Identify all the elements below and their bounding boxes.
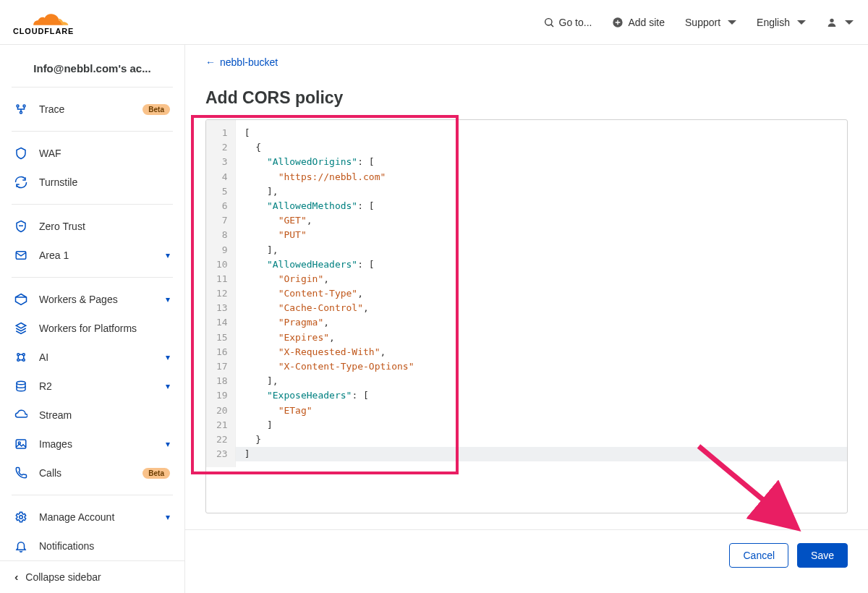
code-line: ], <box>244 184 838 199</box>
form-actions: Cancel Save <box>205 543 848 568</box>
sidebar-item-notifications[interactable]: Notifications <box>0 532 184 560</box>
svg-line-2 <box>550 24 553 26</box>
sidebar-item-label: Calls <box>39 467 131 479</box>
sidebar-item-workers-for-platforms[interactable]: Workers for Platforms <box>0 314 184 343</box>
workers-icon <box>14 293 27 306</box>
sidebar-item-label: WAF <box>39 148 170 159</box>
breadcrumb-label: nebbl-bucket <box>220 56 278 68</box>
sidebar-item-images[interactable]: Images▾ <box>0 430 184 458</box>
sidebar-item-turnstile[interactable]: Turnstile <box>0 168 184 197</box>
user-icon <box>826 17 838 28</box>
sidebar-item-area-1[interactable]: Area 1▾ <box>0 241 184 270</box>
svg-point-14 <box>22 359 25 361</box>
svg-point-18 <box>20 516 23 519</box>
svg-point-4 <box>830 18 833 22</box>
sidebar-item-label: Notifications <box>39 540 170 552</box>
divider <box>12 204 173 205</box>
ai-icon <box>14 351 27 364</box>
collapse-sidebar[interactable]: ‹‹ Collapse sidebar <box>0 560 184 593</box>
code-line: ] <box>236 447 847 461</box>
waf-icon <box>14 147 27 160</box>
svg-point-13 <box>17 359 20 361</box>
svg-point-7 <box>20 111 22 114</box>
sidebar-item-zero-trust[interactable]: Zero Trust <box>0 212 184 241</box>
divider <box>12 131 173 132</box>
chevron-down-icon <box>845 20 854 25</box>
manage-icon <box>14 511 27 524</box>
divider <box>12 277 173 278</box>
turnstile-icon <box>14 176 27 189</box>
chevron-down-icon <box>797 20 806 25</box>
svg-point-15 <box>17 381 25 385</box>
add-site-label: Add site <box>628 17 665 28</box>
svg-point-5 <box>17 105 19 107</box>
chevron-down-icon: ▾ <box>166 512 170 522</box>
svg-point-6 <box>23 105 25 107</box>
save-button[interactable]: Save <box>797 543 848 568</box>
language-menu[interactable]: English <box>757 17 806 28</box>
sidebar-item-manage-account[interactable]: Manage Account▾ <box>0 503 184 532</box>
sidebar-item-label: Trace <box>39 103 131 115</box>
r2-icon <box>14 380 27 393</box>
user-menu[interactable] <box>826 17 854 28</box>
add-site-button[interactable]: Add site <box>612 17 665 28</box>
cloudflare-logo[interactable]: CLOUDFLARE <box>13 9 85 35</box>
cloudflare-logo-icon: CLOUDFLARE <box>13 9 85 35</box>
code-area[interactable]: [ { "AllowedOrigins": [ "https://nebbl.c… <box>236 120 847 467</box>
code-line: } <box>244 432 838 447</box>
sidebar-item-label: Images <box>39 438 154 450</box>
svg-point-1 <box>545 18 551 25</box>
code-line: { <box>244 140 838 155</box>
support-menu[interactable]: Support <box>685 17 736 28</box>
chevron-down-icon <box>728 20 736 25</box>
code-line: "AllowedHeaders": [ <box>244 257 838 272</box>
trace-icon <box>14 103 27 116</box>
code-line: "PUT" <box>244 228 838 242</box>
svg-marker-9 <box>16 294 27 305</box>
divider <box>185 529 868 530</box>
chevron-down-icon: ▾ <box>166 352 170 362</box>
sidebar-item-stream[interactable]: Stream <box>0 401 184 430</box>
notifications-icon <box>14 539 27 553</box>
collapse-icon: ‹‹ <box>14 571 15 583</box>
svg-point-11 <box>17 354 20 356</box>
sidebar-item-label: R2 <box>39 380 154 392</box>
code-editor[interactable]: 1234567891011121314151617181920212223 [ … <box>205 119 848 513</box>
sidebar-item-label: Workers & Pages <box>39 294 154 305</box>
sidebar-item-label: Manage Account <box>39 511 154 523</box>
top-header: CLOUDFLARE Go to... Add site Support Eng… <box>0 0 868 45</box>
beta-badge: Beta <box>142 104 170 115</box>
goto-search[interactable]: Go to... <box>543 17 592 28</box>
stream-icon <box>14 409 27 422</box>
code-line: ], <box>244 243 838 257</box>
images-icon <box>14 438 27 451</box>
sidebar-item-label: Workers for Platforms <box>39 323 170 334</box>
sidebar-item-r2[interactable]: R2▾ <box>0 372 184 401</box>
code-line: "Pragma", <box>244 315 838 330</box>
cancel-button[interactable]: Cancel <box>729 543 788 568</box>
wfp-icon <box>14 322 27 335</box>
area1-icon <box>14 249 27 262</box>
beta-badge: Beta <box>142 468 170 479</box>
chevron-down-icon: ▾ <box>166 294 170 304</box>
sidebar-item-workers-pages[interactable]: Workers & Pages▾ <box>0 285 184 314</box>
sidebar-item-label: Stream <box>39 409 170 421</box>
collapse-label: Collapse sidebar <box>25 571 101 583</box>
support-label: Support <box>685 17 720 28</box>
sidebar-item-calls[interactable]: CallsBeta <box>0 458 184 487</box>
code-line: "AllowedOrigins": [ <box>244 155 838 169</box>
plus-circle-icon <box>612 17 624 28</box>
sidebar-item-ai[interactable]: AI▾ <box>0 343 184 372</box>
code-line: "https://nebbl.com" <box>244 170 838 184</box>
sidebar-item-waf[interactable]: WAF <box>0 139 184 168</box>
account-name[interactable]: Info@nebbl.com's ac... <box>0 45 184 80</box>
sidebar-item-label: Zero Trust <box>39 221 170 232</box>
chevron-down-icon: ▾ <box>166 250 170 260</box>
sidebar: Info@nebbl.com's ac... TraceBetaWAFTurns… <box>0 45 185 593</box>
sidebar-item-trace[interactable]: TraceBeta <box>0 95 184 124</box>
breadcrumb-back[interactable]: ← nebbl-bucket <box>205 56 848 68</box>
search-icon <box>543 17 555 28</box>
sidebar-item-label: Area 1 <box>39 249 154 261</box>
code-line: "ETag" <box>244 404 838 418</box>
chevron-down-icon: ▾ <box>166 381 170 391</box>
